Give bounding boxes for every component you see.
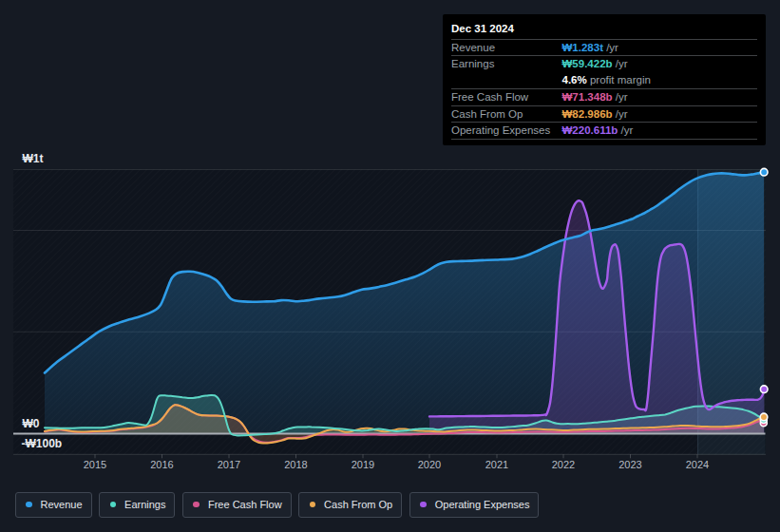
svg-text:2019: 2019 — [352, 459, 374, 470]
svg-text:2017: 2017 — [218, 459, 240, 470]
svg-text:2018: 2018 — [284, 459, 307, 470]
svg-text:₩1t: ₩1t — [23, 152, 44, 165]
svg-text:2015: 2015 — [84, 459, 106, 470]
svg-text:2016: 2016 — [150, 459, 173, 470]
svg-text:-₩100b: -₩100b — [22, 437, 63, 450]
svg-text:2021: 2021 — [485, 459, 508, 470]
svg-text:2022: 2022 — [552, 459, 575, 470]
svg-text:2020: 2020 — [418, 459, 441, 470]
svg-text:2023: 2023 — [618, 459, 641, 470]
svg-text:₩0: ₩0 — [23, 417, 40, 430]
svg-text:2024: 2024 — [686, 459, 709, 470]
